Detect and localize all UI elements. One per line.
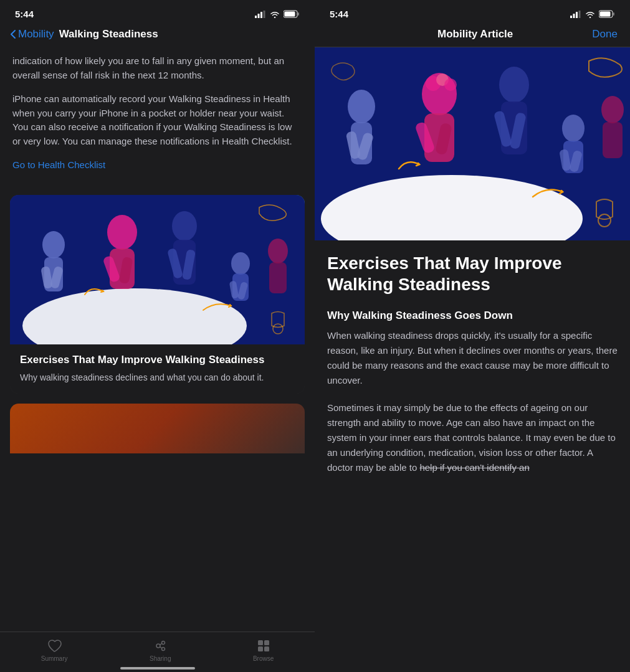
time-left: 5:44 <box>15 9 34 19</box>
status-icons-left <box>255 10 300 18</box>
svg-rect-39 <box>576 12 578 18</box>
status-bar-left: 5:44 <box>0 0 315 24</box>
svg-rect-43 <box>613 12 614 16</box>
battery-icon <box>284 10 300 18</box>
nav-bar-right: Mobility Article Done <box>315 24 630 47</box>
section1-para2: Sometimes it may simply be due to the ef… <box>327 400 618 475</box>
svg-rect-0 <box>255 16 257 18</box>
heart-icon <box>47 638 62 653</box>
done-button[interactable]: Done <box>592 28 618 40</box>
svg-rect-40 <box>579 11 581 18</box>
svg-point-9 <box>42 231 65 258</box>
browse-icon <box>256 638 271 653</box>
article-hero-illustration-right <box>315 47 630 240</box>
svg-point-46 <box>348 90 375 123</box>
svg-point-57 <box>499 67 529 103</box>
svg-point-13 <box>107 215 137 250</box>
signal-icon-right <box>570 11 581 18</box>
back-button[interactable]: Mobility <box>10 28 54 40</box>
svg-point-61 <box>562 115 585 142</box>
svg-rect-37 <box>570 16 572 18</box>
strikethrough-text: help if you can't identify an <box>419 462 529 473</box>
status-icons-right <box>570 10 615 18</box>
battery-icon-right <box>599 10 615 18</box>
article-card-image <box>10 195 305 344</box>
article-card-left[interactable]: Exercises That May Improve Walking Stead… <box>10 195 305 394</box>
wifi-icon <box>270 11 280 18</box>
svg-rect-27 <box>269 262 287 293</box>
second-card-preview <box>10 404 305 453</box>
svg-point-53 <box>444 78 457 91</box>
section1-para1: When walking steadiness drops quickly, i… <box>327 328 618 388</box>
svg-rect-66 <box>603 122 623 158</box>
nav-sharing[interactable]: Sharing <box>150 638 171 662</box>
article-hero-illustration <box>10 195 305 344</box>
article-content: Exercises That May Improve Walking Stead… <box>315 240 630 658</box>
content-para2: iPhone can automatically record your Wal… <box>12 92 302 148</box>
wifi-icon-right <box>585 11 595 18</box>
nav-bar-left: Mobility Walking Steadiness <box>0 24 315 47</box>
svg-point-65 <box>601 96 624 123</box>
status-bar-right: 5:44 <box>315 0 630 24</box>
sharing-icon <box>153 638 168 653</box>
svg-rect-1 <box>258 14 260 18</box>
svg-rect-36 <box>264 646 269 651</box>
svg-rect-38 <box>573 14 575 18</box>
svg-point-29 <box>162 641 165 645</box>
nav-title-left: Walking Steadiness <box>59 28 158 40</box>
article-card-body: Exercises That May Improve Walking Stead… <box>10 344 305 394</box>
svg-point-17 <box>172 211 197 241</box>
article-hero-right <box>315 47 630 240</box>
bottom-nav: Summary Sharing Browse <box>0 632 315 672</box>
back-chevron-icon <box>10 29 16 39</box>
nav-browse[interactable]: Browse <box>253 638 274 662</box>
svg-rect-33 <box>258 640 263 645</box>
svg-rect-34 <box>264 640 269 645</box>
home-indicator-left <box>120 667 195 670</box>
svg-rect-3 <box>264 11 265 18</box>
content-left: indication of how likely you are to fall… <box>0 47 315 195</box>
svg-point-21 <box>231 252 250 275</box>
svg-rect-42 <box>600 12 611 17</box>
nav-summary[interactable]: Summary <box>41 638 68 662</box>
svg-line-31 <box>160 643 163 645</box>
article-main-title: Exercises That May Improve Walking Stead… <box>327 253 618 295</box>
svg-rect-35 <box>258 646 263 651</box>
right-phone: 5:44 Mobility Article Done <box>315 0 630 672</box>
left-phone: 5:44 <box>0 0 315 672</box>
svg-line-32 <box>160 647 163 649</box>
content-para1: indication of how likely you are to fall… <box>12 54 302 82</box>
svg-rect-2 <box>260 12 262 18</box>
time-right: 5:44 <box>330 9 348 19</box>
svg-rect-6 <box>298 12 299 16</box>
svg-point-26 <box>268 239 288 263</box>
article-card-title: Exercises That May Improve Walking Stead… <box>20 353 295 367</box>
health-checklist-link[interactable]: Go to Health Checklist <box>12 158 302 173</box>
svg-rect-5 <box>285 12 295 17</box>
section1-title: Why Walking Steadiness Goes Down <box>327 310 618 322</box>
article-card-subtitle: Why walking steadiness declines and what… <box>20 372 295 384</box>
nav-title-right: Mobility Article <box>437 28 513 40</box>
svg-point-30 <box>162 648 165 651</box>
signal-icon <box>255 11 266 18</box>
